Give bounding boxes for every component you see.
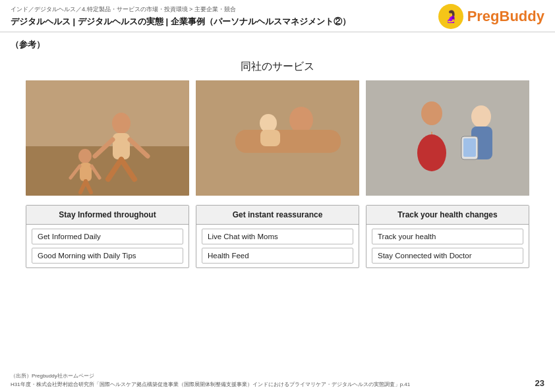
svg-rect-3 bbox=[113, 133, 130, 159]
image-yoga bbox=[26, 80, 189, 196]
svg-rect-1 bbox=[26, 146, 189, 196]
svg-point-16 bbox=[289, 107, 313, 133]
header: インド／デジタルヘルス／4.特定製品・サービスの市場・投資環境 > 主要企業・競… bbox=[0, 0, 555, 32]
reference-label: （参考） bbox=[0, 32, 555, 55]
card-informed-header: Stay Informed throughout bbox=[26, 206, 189, 225]
logo-text-preg: Preg bbox=[467, 8, 500, 24]
card-informed-item-1: Get Informed Daily bbox=[32, 229, 183, 244]
header-left: インド／デジタルヘルス／4.特定製品・サービスの市場・投資環境 > 主要企業・競… bbox=[11, 5, 351, 28]
svg-point-8 bbox=[78, 149, 92, 163]
svg-point-23 bbox=[417, 134, 446, 171]
page-number: 23 bbox=[535, 378, 544, 388]
svg-rect-19 bbox=[260, 130, 280, 146]
image-mom-baby bbox=[196, 80, 359, 196]
images-row bbox=[0, 80, 555, 196]
footer-source: （出所）Pregbuddy社ホームページ bbox=[11, 372, 544, 379]
footer-citation: H31年度・株式会社野村総合研究所「国際ヘルスケア拠点構築促進事業（国際展開体制… bbox=[11, 381, 544, 388]
card-reassurance-header: Get instant reassurance bbox=[196, 206, 359, 225]
logo-text: PregBuddy bbox=[467, 8, 544, 25]
svg-point-22 bbox=[421, 101, 442, 125]
card-reassurance-body: Live Chat with Moms Health Feed bbox=[196, 225, 359, 267]
card-track-body: Track your health Stay Connected with Do… bbox=[366, 225, 529, 267]
section-title: 同社のサービス bbox=[0, 60, 555, 74]
card-informed: Stay Informed throughout Get Informed Da… bbox=[26, 205, 189, 268]
logo-area: 🤰 PregBuddy bbox=[438, 4, 544, 29]
breadcrumb: インド／デジタルヘルス／4.特定製品・サービスの市場・投資環境 > 主要企業・競… bbox=[11, 5, 351, 14]
card-reassurance-item-1: Live Chat with Moms bbox=[202, 229, 353, 244]
image-doctor bbox=[366, 80, 529, 196]
logo-icon: 🤰 bbox=[438, 4, 463, 29]
logo-text-buddy: Buddy bbox=[500, 8, 544, 24]
card-track: Track your health changes Track your hea… bbox=[366, 205, 529, 268]
card-reassurance: Get instant reassurance Live Chat with M… bbox=[196, 205, 359, 268]
page-title: デジタルヘルス | デジタルヘルスの実態 | 企業事例（パーソナルヘルスマネジメ… bbox=[11, 16, 351, 28]
svg-point-25 bbox=[471, 105, 491, 128]
card-informed-item-2: Good Morning with Daily Tips bbox=[32, 248, 183, 264]
card-track-item-1: Track your health bbox=[372, 229, 523, 244]
card-informed-body: Get Informed Daily Good Morning with Dai… bbox=[26, 225, 189, 267]
cards-row: Stay Informed throughout Get Informed Da… bbox=[0, 205, 555, 268]
card-reassurance-item-2: Health Feed bbox=[202, 248, 353, 264]
svg-rect-21 bbox=[366, 80, 529, 196]
svg-rect-28 bbox=[463, 138, 476, 157]
svg-rect-9 bbox=[80, 163, 92, 181]
footer: （出所）Pregbuddy社ホームページ H31年度・株式会社野村総合研究所「国… bbox=[11, 372, 544, 388]
svg-rect-17 bbox=[235, 130, 341, 153]
card-track-item-2: Stay Connected with Doctor bbox=[372, 248, 523, 264]
svg-point-2 bbox=[112, 113, 131, 134]
card-track-header: Track your health changes bbox=[366, 206, 529, 225]
svg-point-18 bbox=[260, 114, 277, 132]
